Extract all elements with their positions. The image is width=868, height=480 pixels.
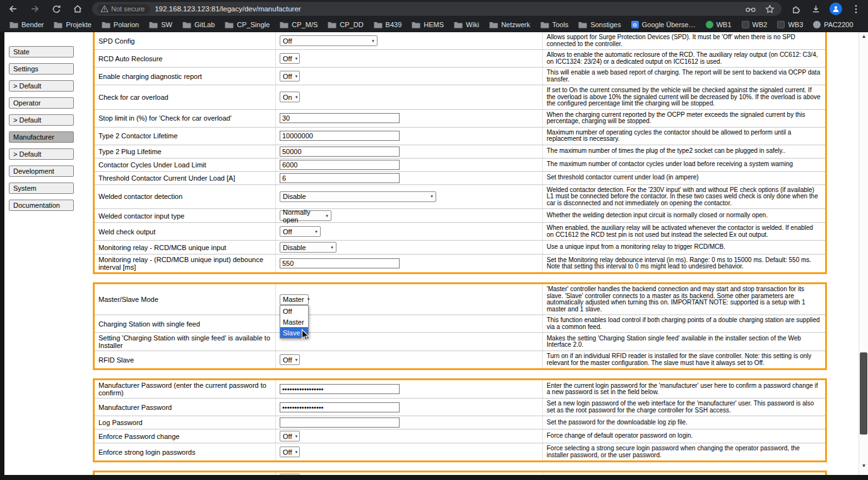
bookmark-sonstiges[interactable]: Sonstiges <box>574 20 625 30</box>
setting-label: Enforce strong login passwords <box>95 443 276 460</box>
bookmark-tools[interactable]: Tools <box>536 20 573 30</box>
address-bar[interactable]: Not secure 192.168.123.123:81/legacy/dev… <box>92 2 782 16</box>
bookmark-polarion[interactable]: Polarion <box>97 20 143 30</box>
dropdown-option-master[interactable]: Master <box>280 316 308 327</box>
bookmark-netzwerk[interactable]: Netzwerk <box>485 20 535 30</box>
bookmark-projekte[interactable]: Projekte <box>49 20 95 30</box>
setting-control-cell: Off▼ <box>276 223 543 240</box>
sidebar-item-default-4[interactable]: > Default <box>9 114 74 126</box>
setting-control-cell <box>276 399 543 416</box>
chevron-down-icon: ▼ <box>294 75 298 78</box>
bookmark-cp-single[interactable]: CP_Single <box>220 20 274 30</box>
setting-description: When enabled, the auxiliary relay will b… <box>543 223 825 240</box>
download-icon[interactable] <box>810 3 821 15</box>
reload-icon[interactable] <box>51 3 62 15</box>
setting-row-rcd-auto-reclosure: RCD Auto ReclosureOff▼Allows to enable t… <box>95 50 825 68</box>
sidebar-item-default-6[interactable]: > Default <box>9 148 74 160</box>
bookmark-wb1[interactable]: WB1 <box>701 20 736 30</box>
bookmark-wiki[interactable]: Wiki <box>449 20 484 30</box>
select-enforce-password-change[interactable]: Off▼ <box>280 431 300 441</box>
bookmark-label: HEMS <box>424 21 444 28</box>
setting-label: Manufacturer Password <box>95 399 276 416</box>
sidebar-item-manufacturer-5[interactable]: Manufacturer <box>9 131 74 143</box>
sidebar-item-system-8[interactable]: System <box>9 183 74 194</box>
password-input-manufacturer-password[interactable] <box>280 402 400 412</box>
bookmark-cp-m-s[interactable]: CP_M/S <box>275 20 322 30</box>
text-input-threshold-contactor-current-under-load-a[interactable] <box>280 173 400 183</box>
menu-icon[interactable] <box>850 3 862 15</box>
sidebar-item-operator-3[interactable]: Operator <box>9 97 74 109</box>
bookmark-label: WB3 <box>788 21 803 28</box>
scroll-thumb[interactable] <box>860 352 867 435</box>
setting-control-cell: Off▼ <box>276 32 543 49</box>
select-rfid-slave[interactable]: Off▼ <box>280 354 300 365</box>
star-icon[interactable] <box>764 3 775 15</box>
select-spd-config[interactable]: Off▼ <box>280 35 378 46</box>
bookmark-cp-dd[interactable]: CP_DD <box>323 20 367 30</box>
setting-description: Maximum number of operating cycles the c… <box>543 128 825 145</box>
back-icon[interactable] <box>8 3 19 15</box>
bookmark-label: PAC2200 <box>824 21 853 28</box>
bookmark-b439[interactable]: B439 <box>369 20 407 30</box>
folder-icon <box>280 21 288 28</box>
sidebar-item-state-0[interactable]: State <box>9 46 74 57</box>
setting-row-enforce-strong-login-passwords: Enforce strong login passwordsOff▼Force … <box>95 443 825 460</box>
setting-label: SPD Config <box>95 32 276 49</box>
select-enforce-strong-login-passwords[interactable]: Off▼ <box>280 447 300 457</box>
profile-avatar[interactable] <box>829 3 842 15</box>
select-rcd-auto-reclosure[interactable]: Off▼ <box>280 53 300 64</box>
select-check-for-car-overload[interactable]: On▼ <box>280 92 300 102</box>
security-chip[interactable]: Not secure <box>97 4 150 14</box>
text-input-monitoring-relay-rcd-mcb-unique-input-de[interactable] <box>280 258 400 268</box>
select-weld-check-output[interactable]: Off▼ <box>280 226 321 237</box>
setting-description: Allows to enable the automatic reclosure… <box>543 50 825 67</box>
bookmark-gitlab[interactable]: GitLab <box>178 20 219 30</box>
scroll-up-arrow-icon[interactable]: ▲ <box>859 33 868 39</box>
text-input-type-2-plug-lifetime[interactable] <box>280 147 400 157</box>
select-monitoring-relay-rcd-mcb-unique-input[interactable]: Disable▼ <box>280 242 336 253</box>
select-enable-charging-diagnostic-report[interactable]: Off▼ <box>280 71 300 81</box>
setting-row-manufacturer-password: Manufacturer PasswordSet a new login pas… <box>95 399 825 416</box>
setting-control-cell: Normally open▼ <box>276 209 543 222</box>
bookmark-hems[interactable]: HEMS <box>407 20 448 30</box>
text-input-stop-limit-in-for-check-for-car-overload[interactable] <box>280 113 400 123</box>
bookmark-google-berse[interactable]: GGoogle Überse… <box>627 20 700 30</box>
select-welded-contactor-input-type[interactable]: Normally open▼ <box>280 210 331 221</box>
setting-description: Set the password for the downloadable lo… <box>543 417 825 428</box>
setting-row-master-slave-mode: Master/Slave ModeMaster▼OffMasterSlave'M… <box>95 284 825 315</box>
sidebar-item-label: > Default <box>13 116 41 124</box>
select-master-slave-mode[interactable]: Master▼ <box>280 294 309 305</box>
password-input-manufacturer-password-enter-the-current-[interactable] <box>280 384 400 394</box>
scroll-down-arrow-icon[interactable]: ▼ <box>859 463 868 469</box>
toolbar-right <box>782 3 868 15</box>
text-input-contactor-cycles-under-load-limit[interactable] <box>280 160 400 170</box>
setting-row-check-for-car-overload: Check for car overloadOn▼If set to On th… <box>95 85 825 110</box>
bookmark-wb3[interactable]: WB3 <box>773 20 807 30</box>
bookmark-sw[interactable]: SW <box>145 20 177 30</box>
setting-label: Weld check output <box>95 223 276 240</box>
setting-row-stop-limit-in-for-check-for-car-overload: Stop limit in (%) for 'Check for car ove… <box>95 110 825 128</box>
sidebar-item-default-2[interactable]: > Default <box>9 80 74 92</box>
bookmark-bender[interactable]: Bender <box>5 20 48 30</box>
bookmark-wb2[interactable]: WB2 <box>737 20 772 30</box>
text-input-type-2-contactor-lifetime[interactable] <box>280 131 400 141</box>
extensions-icon[interactable] <box>790 3 802 15</box>
home-icon[interactable] <box>72 3 83 15</box>
setting-row-spd-config: SPD ConfigOff▼Allows support for Surge P… <box>95 32 825 50</box>
dropdown-option-off[interactable]: Off <box>280 306 308 316</box>
select-welded-contactor-detection[interactable]: Disable▼ <box>280 191 436 202</box>
setting-row-monitoring-relay-rcd-mcb-unique-input: Monitoring relay - RCD/MCB unique inputD… <box>95 241 825 255</box>
bookmark-pac2200[interactable]: PAC2200 <box>809 20 857 30</box>
scrollbar[interactable]: ▲ ▼ <box>859 32 868 475</box>
eye-icon[interactable] <box>745 3 756 15</box>
setting-row-type-2-contactor-lifetime: Type 2 Contactor LifetimeMaximum number … <box>95 128 825 145</box>
select-value: Off <box>283 73 292 80</box>
text-input-log-password[interactable] <box>280 417 400 428</box>
chevron-down-icon: ▼ <box>307 297 311 301</box>
sidebar-item-settings-1[interactable]: Settings <box>9 63 74 75</box>
settings-content: SPD ConfigOff▼Allows support for Surge P… <box>93 32 827 475</box>
forward-icon[interactable] <box>29 3 40 15</box>
sidebar-item-development-7[interactable]: Development <box>9 165 74 177</box>
sidebar-item-documentation-9[interactable]: Documentation <box>9 200 74 211</box>
select-dropdown: OffMasterSlave <box>280 305 309 339</box>
